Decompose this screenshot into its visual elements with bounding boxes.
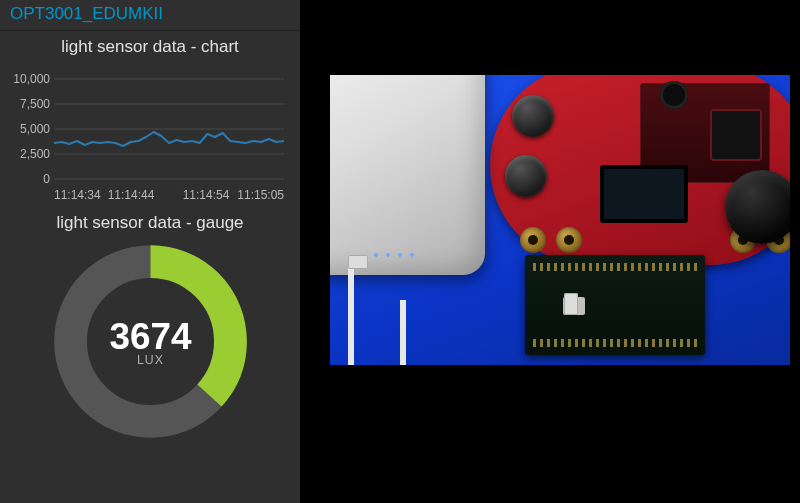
- svg-text:2,500: 2,500: [20, 147, 50, 161]
- push-button-icon: [505, 155, 547, 197]
- lcd-screen: [600, 165, 688, 223]
- chart-grid: [54, 79, 284, 179]
- gauge-unit-text: LUX: [137, 353, 164, 367]
- gauge-wrap: 3674 LUX: [6, 239, 294, 444]
- usb-plug-icon: [564, 293, 578, 315]
- svg-text:11:15:05: 11:15:05: [237, 188, 284, 202]
- light-sensor-gauge[interactable]: 3674 LUX: [48, 239, 253, 444]
- gauge-value-text: 3674: [109, 316, 192, 357]
- svg-text:5,000: 5,000: [20, 122, 50, 136]
- usb-cable-icon: [400, 300, 576, 365]
- light-gauge-panel: light sensor data - gauge 3674 LUX: [0, 209, 300, 444]
- svg-text:10,000: 10,000: [13, 72, 50, 86]
- buzzer-icon: [660, 81, 688, 109]
- hardware-photo: [330, 75, 790, 365]
- svg-text:11:14:44: 11:14:44: [108, 188, 155, 202]
- standoff-icon: [520, 227, 546, 253]
- power-bank: [330, 75, 485, 275]
- chart-y-axis-labels: 10,000 7,500 5,000 2,500 0: [13, 72, 50, 186]
- joystick-icon: [725, 170, 790, 244]
- page-title: OPT3001_EDUMKII: [0, 0, 300, 31]
- push-button-icon: [512, 95, 554, 137]
- app-root: OPT3001_EDUMKII light sensor data - char…: [0, 0, 800, 503]
- gauge-title: light sensor data - gauge: [6, 213, 294, 233]
- chart-title: light sensor data - chart: [6, 37, 294, 57]
- dashboard-sidebar: OPT3001_EDUMKII light sensor data - char…: [0, 0, 300, 503]
- camera-feed-area: [300, 0, 800, 503]
- standoff-icon: [556, 227, 582, 253]
- svg-text:7,500: 7,500: [20, 97, 50, 111]
- svg-text:11:14:54: 11:14:54: [183, 188, 230, 202]
- svg-text:0: 0: [43, 172, 50, 186]
- chart-x-axis-labels: 11:14:34 11:14:44 11:14:54 11:15:05: [54, 188, 284, 202]
- usb-plug-icon: [348, 255, 368, 269]
- usb-cable-icon: [348, 265, 404, 365]
- light-sensor-line-chart[interactable]: 10,000 7,500 5,000 2,500 0 11:14:34 11:1…: [6, 59, 294, 209]
- light-chart-panel: light sensor data - chart 10,000 7,500 5…: [0, 31, 300, 209]
- chart-series-lux: [54, 132, 284, 146]
- svg-text:11:14:34: 11:14:34: [54, 188, 101, 202]
